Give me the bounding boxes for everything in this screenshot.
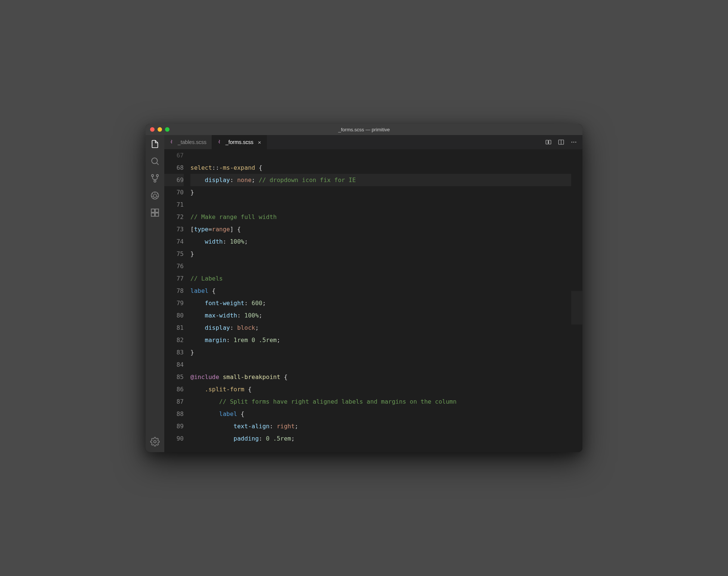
explorer-icon[interactable] [150, 139, 160, 149]
search-icon[interactable] [150, 156, 160, 166]
line-number: 86 [164, 383, 184, 395]
debug-icon[interactable] [150, 190, 160, 201]
line-number-gutter: 6768697071727374757677787980818283848586… [164, 149, 190, 452]
svg-point-2 [156, 175, 158, 176]
line-number: 83 [164, 346, 184, 359]
code-line[interactable]: max-width: 100%; [190, 309, 571, 322]
code-line[interactable]: @include small-breakpoint { [190, 371, 571, 383]
line-number: 85 [164, 371, 184, 383]
activity-bar [146, 135, 164, 452]
tab-forms[interactable]: _forms.scss × [212, 135, 267, 149]
code-editor[interactable]: 6768697071727374757677787980818283848586… [164, 149, 582, 452]
code-line[interactable]: // Labels [190, 272, 571, 285]
line-number: 71 [164, 198, 184, 211]
close-icon[interactable]: × [258, 139, 261, 145]
svg-rect-6 [151, 209, 155, 212]
code-line[interactable]: font-weight: 600; [190, 297, 571, 309]
minimap[interactable] [571, 149, 582, 452]
svg-rect-9 [155, 209, 159, 212]
code-line[interactable]: width: 100%; [190, 235, 571, 248]
code-line[interactable]: label { [190, 285, 571, 297]
svg-point-14 [572, 142, 572, 143]
line-number: 81 [164, 322, 184, 334]
line-number: 78 [164, 285, 184, 297]
tab-bar: _tables.scss _forms.scss × [164, 135, 582, 149]
line-number: 77 [164, 272, 184, 285]
titlebar[interactable]: _forms.scss — primitive [146, 124, 582, 135]
compare-changes-icon[interactable] [545, 139, 552, 145]
code-line[interactable]: text-align: right; [190, 420, 571, 432]
svg-point-3 [154, 180, 156, 182]
line-number: 88 [164, 408, 184, 420]
code-content[interactable]: select::-ms-expand { display: none; // d… [190, 149, 571, 452]
maximize-window-button[interactable] [165, 127, 169, 132]
line-number: 76 [164, 260, 184, 272]
line-number: 87 [164, 395, 184, 408]
code-line[interactable] [190, 149, 571, 162]
source-control-icon[interactable] [150, 173, 160, 184]
line-number: 79 [164, 297, 184, 309]
tab-actions [545, 135, 582, 149]
line-number: 80 [164, 309, 184, 322]
line-number: 82 [164, 334, 184, 346]
svg-point-15 [573, 142, 574, 143]
tab-tables[interactable]: _tables.scss [164, 135, 212, 149]
close-window-button[interactable] [150, 127, 155, 132]
code-line[interactable]: select::-ms-expand { [190, 162, 571, 174]
line-number: 70 [164, 186, 184, 198]
editor-area: _tables.scss _forms.scss × [164, 135, 582, 452]
code-line[interactable]: } [190, 248, 571, 260]
settings-gear-icon[interactable] [150, 436, 160, 447]
scss-file-icon [217, 139, 223, 145]
code-line[interactable] [190, 359, 571, 371]
split-editor-icon[interactable] [558, 139, 564, 145]
code-line[interactable]: } [190, 186, 571, 198]
line-number: 74 [164, 235, 184, 248]
extensions-icon[interactable] [150, 207, 160, 218]
more-actions-icon[interactable] [570, 139, 577, 145]
code-line[interactable]: } [190, 346, 571, 359]
code-line[interactable]: margin: 1rem 0 .5rem; [190, 334, 571, 346]
vscode-window: _forms.scss — primitive [146, 124, 582, 452]
line-number: 68 [164, 162, 184, 174]
code-line[interactable]: display: block; [190, 322, 571, 334]
svg-point-10 [154, 441, 156, 443]
line-number: 69 [164, 174, 184, 186]
line-number: 89 [164, 420, 184, 432]
code-line[interactable]: // Split forms have right aligned labels… [190, 395, 571, 408]
line-number: 75 [164, 248, 184, 260]
scss-file-icon [169, 139, 175, 145]
tab-label: _forms.scss [225, 139, 253, 145]
code-line[interactable]: padding: 0 .5rem; [190, 432, 571, 445]
svg-point-16 [575, 142, 576, 143]
tab-label: _tables.scss [178, 139, 206, 145]
minimize-window-button[interactable] [158, 127, 162, 132]
window-title: _forms.scss — primitive [146, 127, 582, 132]
svg-point-1 [152, 175, 153, 176]
code-line[interactable]: // Make range full width [190, 211, 571, 223]
line-number: 84 [164, 359, 184, 371]
line-number: 72 [164, 211, 184, 223]
code-line[interactable] [190, 260, 571, 272]
code-line[interactable]: [type=range] { [190, 223, 571, 235]
line-number: 73 [164, 223, 184, 235]
traffic-lights [146, 127, 169, 132]
code-line[interactable]: .split-form { [190, 383, 571, 395]
minimap-viewport[interactable] [571, 291, 582, 325]
svg-point-5 [153, 194, 157, 198]
code-line[interactable]: label { [190, 408, 571, 420]
code-line[interactable] [190, 198, 571, 211]
svg-point-0 [152, 158, 157, 163]
svg-rect-8 [155, 213, 159, 216]
line-number: 67 [164, 149, 184, 162]
line-number: 90 [164, 432, 184, 445]
code-line[interactable]: display: none; // dropdown icon fix for … [190, 174, 571, 186]
svg-rect-7 [151, 213, 155, 216]
